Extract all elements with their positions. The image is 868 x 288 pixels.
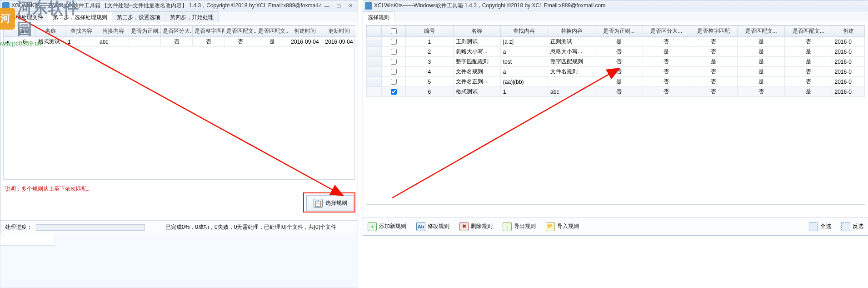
row-checkbox[interactable] (391, 39, 397, 45)
add-rule-button[interactable]: +添加新规则 (368, 222, 406, 231)
right-window-title: XCLWinKits——Windows软件工具箱 1.4.3，Copyright… (374, 2, 866, 10)
rule-icon: 📋 (314, 199, 323, 208)
delete-icon: ✖ (459, 222, 469, 231)
left-title-bar: XCLWinKits——Windows软件工具箱 【文件处理--文件批量改名改内… (0, 0, 358, 11)
right-window: XCLWinKits——Windows软件工具箱 1.4.3，Copyright… (363, 0, 868, 236)
col-updated[interactable]: 更新时间 (322, 26, 356, 37)
select-rule-button[interactable]: 📋 选择规则 (306, 195, 354, 211)
row-checkbox[interactable] (391, 49, 397, 55)
tab-step1[interactable]: 选择待处理文件 (0, 11, 48, 22)
row-checkbox[interactable] (391, 79, 397, 85)
import-icon: 📂 (546, 222, 555, 231)
rule-note: 说明：多个规则从上至下依次匹配。 (0, 182, 358, 196)
col-id[interactable]: 编号 (13, 26, 36, 37)
row-checkbox[interactable] (391, 89, 397, 95)
check-all[interactable] (391, 28, 397, 34)
table-row[interactable]: 1 正则测试 [a-z] 正则测试 是 否 否 是 否 2016-0 (367, 37, 865, 47)
tab-step3[interactable]: 第三步，设置选项 (112, 11, 165, 22)
col-whole[interactable]: 是否整字匹配 (193, 26, 224, 37)
col-m2[interactable]: 是否匹配文... (785, 26, 832, 37)
left-status-bar: 处理进度： 已完成0%，0成功，0失败，0无需处理，已处理[0]个文件，共[0]… (0, 220, 358, 234)
col-checkbox-header[interactable] (381, 26, 406, 37)
delete-rule-button[interactable]: ✖删除规则 (459, 222, 493, 231)
table-row[interactable]: 4 文件名规则 a 文件名规则 否 否 否 是 否 2016-0 (367, 67, 865, 77)
table-row[interactable]: ▸ 6 格式测试 1 abc 否 否 否 是 2016-09-04 2016-0… (4, 37, 356, 47)
col-created[interactable]: 创建 (832, 26, 865, 37)
col-name[interactable]: 名称 (453, 26, 500, 37)
col-replace[interactable]: 替换内容 (97, 26, 129, 37)
row-indicator (367, 67, 382, 77)
close-icon[interactable]: ✕ (345, 2, 356, 10)
row-indicator: ▸ (4, 37, 13, 47)
col-regex[interactable]: 是否为正则... (129, 26, 161, 37)
table-row[interactable]: 5 文件名正则... (aa)|(bb) 是 否 否 是 否 2016-0 (367, 77, 865, 87)
row-indicator (367, 77, 382, 87)
col-case[interactable]: 是否区分大... (161, 26, 193, 37)
bottom-panel (0, 235, 358, 288)
col-whole[interactable]: 是否整字匹配 (690, 26, 737, 37)
maximize-icon[interactable]: ▢ (333, 2, 344, 10)
minimize-icon[interactable]: — (321, 2, 332, 10)
select-all-button[interactable]: 全选 (809, 222, 831, 231)
table-row[interactable]: 3 整字匹配规则 test 整字匹配规则 否 否 是 是 是 2016-0 (367, 57, 865, 67)
col-name[interactable]: 名称 (36, 26, 65, 37)
tab-step4[interactable]: 第四步，开始处理 (165, 11, 219, 22)
progress-bar (36, 224, 145, 231)
left-tab-strip: 选择待处理文件 第二步，选择处理规则 第三步，设置选项 第四步，开始处理 (0, 11, 358, 22)
row-indicator (367, 57, 382, 67)
table-row[interactable]: 6 格式测试 1 abc 否 否 否 否 是 2016-0 (367, 87, 865, 97)
export-rule-button[interactable]: ↓导出规则 (503, 222, 536, 231)
app-icon (365, 2, 372, 10)
left-table: 编号 名称 查找内容 替换内容 是否为正则... 是否区分大... 是否整字匹配… (3, 25, 355, 180)
left-window: XCLWinKits——Windows软件工具箱 【文件处理--文件批量改名改内… (0, 0, 358, 234)
invert-select-button[interactable]: 反选 (841, 222, 863, 231)
col-m1[interactable]: 是否匹配文... (737, 26, 784, 37)
col-replace[interactable]: 替换内容 (548, 26, 595, 37)
import-rule-button[interactable]: 📂导入规则 (546, 222, 579, 231)
invert-icon (841, 222, 850, 231)
select-rule-label: 选择规则 (325, 199, 347, 207)
tab-select-rule[interactable]: 选择规则 (363, 11, 394, 22)
row-checkbox[interactable] (391, 59, 397, 65)
row-checkbox[interactable] (391, 69, 397, 75)
edit-rule-button[interactable]: Ab修改规则 (416, 222, 449, 231)
col-find[interactable]: 查找内容 (500, 26, 548, 37)
right-toolbar: +添加新规则 Ab修改规则 ✖删除规则 ↓导出规则 📂导入规则 全选 反选 (363, 217, 868, 235)
col-id[interactable]: 编号 (406, 26, 453, 37)
bottom-tab-blank (0, 235, 55, 246)
status-text: 已完成0%，0成功，0失败，0无需处理，已处理[0]个文件，共[0]个文件 (149, 223, 353, 231)
col-find[interactable]: 查找内容 (65, 26, 97, 37)
col-m1[interactable]: 是否匹配文... (224, 26, 256, 37)
right-tab-strip: 选择规则 (363, 11, 868, 22)
right-table: 编号 名称 查找内容 替换内容 是否为正则... 是否区分大... 是否整字匹配… (366, 25, 865, 205)
progress-label: 处理进度： (5, 223, 32, 231)
table-row[interactable]: 2 忽略大小写... a 忽略大小写... 否 是 否 是 是 2016-0 (367, 47, 865, 57)
app-icon (2, 2, 10, 10)
col-created[interactable]: 创建时间 (288, 26, 322, 37)
row-indicator (367, 87, 382, 97)
export-icon: ↓ (503, 222, 512, 231)
row-header-blank (367, 26, 382, 37)
right-title-bar: XCLWinKits——Windows软件工具箱 1.4.3，Copyright… (363, 0, 868, 11)
add-icon: + (368, 222, 377, 231)
edit-icon: Ab (416, 222, 425, 231)
row-indicator (367, 37, 382, 47)
select-all-icon (809, 222, 818, 231)
row-header-blank (4, 26, 13, 37)
tab-step2[interactable]: 第二步，选择处理规则 (48, 11, 112, 22)
left-window-title: XCLWinKits——Windows软件工具箱 【文件处理--文件批量改名改内… (11, 2, 321, 10)
col-m2[interactable]: 是否匹配文... (256, 26, 288, 37)
row-indicator (367, 47, 382, 57)
col-case[interactable]: 是否区分大... (643, 26, 690, 37)
col-regex[interactable]: 是否为正则... (595, 26, 643, 37)
